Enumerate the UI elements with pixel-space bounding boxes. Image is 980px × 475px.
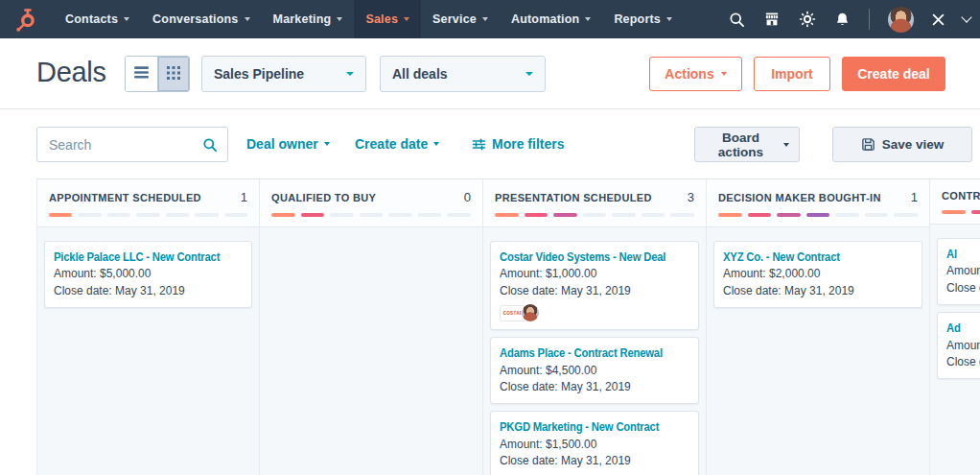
- create-deal-button[interactable]: Create deal: [842, 57, 945, 91]
- chevron-down-icon: [482, 17, 488, 21]
- deal-card[interactable]: PKGD Marketing - New Contract Amount: $1…: [490, 411, 699, 475]
- column-header: CONTRACT SENT: [930, 179, 980, 225]
- stage-progress-segment: [495, 213, 519, 217]
- close-icon[interactable]: [932, 13, 945, 26]
- chevron-down-icon: [585, 17, 591, 21]
- deal-title-link[interactable]: XYZ Co. - New Contract: [723, 249, 912, 266]
- create-date-filter[interactable]: Create date: [355, 109, 439, 178]
- grid-view-icon: [167, 66, 180, 83]
- notifications-icon[interactable]: [834, 12, 851, 28]
- deal-amount: Amount:: [946, 263, 980, 279]
- pipeline-column: QUALIFIED TO BUY 0: [260, 179, 483, 475]
- marketplace-icon[interactable]: [763, 11, 781, 28]
- board-view-button[interactable]: [157, 57, 189, 91]
- actions-button[interactable]: Actions: [649, 57, 742, 91]
- stage-progress-segment: [195, 213, 218, 217]
- caret-down-icon: [433, 142, 439, 146]
- deal-title-link[interactable]: Costar Video Systems - New Deal: [500, 249, 688, 266]
- stage-progress-segment: [107, 213, 130, 217]
- stage-progress-segment: [78, 213, 101, 217]
- deals-filter-select[interactable]: All deals: [380, 56, 546, 92]
- filter-bar: Deal owner Create date More filters Boar…: [0, 109, 980, 178]
- stage-progress-segment: [777, 213, 801, 217]
- nav-item-service[interactable]: Service: [421, 0, 500, 38]
- deal-owner-filter[interactable]: Deal owner: [246, 109, 330, 178]
- deal-close-date: Close date: May 31, 2019: [500, 283, 689, 299]
- deal-card[interactable]: Ad Amount: Close date:: [937, 312, 980, 379]
- list-view-icon: [134, 66, 149, 82]
- stage-progress-segment: [971, 210, 980, 214]
- nav-item-conversations[interactable]: Conversations: [141, 0, 261, 38]
- column-body: Costar Video Systems - New Deal Amount: …: [483, 227, 706, 475]
- column-body: XYZ Co. - New Contract Amount: $2,000.00…: [707, 227, 929, 475]
- chevron-down-icon: [666, 17, 672, 21]
- deal-title-link[interactable]: PKGD Marketing - New Contract: [500, 419, 688, 436]
- deals-filter-select-value: All deals: [392, 66, 448, 82]
- stage-progress-segment: [330, 213, 354, 217]
- column-header: DECISION MAKER BOUGHT-IN 1: [707, 179, 929, 227]
- nav-item-label: Sales: [365, 12, 398, 26]
- chevron-down-icon: [245, 17, 250, 21]
- search-icon[interactable]: [729, 12, 745, 28]
- deal-amount: Amount: $1,500.00: [500, 437, 689, 453]
- stage-progress-segment: [553, 213, 577, 217]
- stage-progress-segment: [525, 213, 548, 217]
- nav-item-label: Contacts: [65, 12, 118, 26]
- save-icon: [861, 137, 875, 152]
- person-avatar[interactable]: [522, 304, 539, 321]
- stage-progress-segment: [612, 213, 636, 217]
- nav-item-label: Service: [432, 12, 477, 26]
- settings-icon[interactable]: [799, 11, 816, 28]
- import-button[interactable]: Import: [754, 57, 830, 91]
- deal-card[interactable]: Al Amount: Close date:: [937, 238, 980, 305]
- save-view-label: Save view: [882, 137, 945, 152]
- nav-item-label: Marketing: [273, 12, 332, 26]
- stage-deal-count: 3: [688, 190, 694, 204]
- stage-deal-count: 0: [464, 190, 471, 204]
- deal-title-link[interactable]: Adams Place - Contract Renewal: [500, 345, 688, 362]
- more-filters-link[interactable]: More filters: [472, 109, 564, 178]
- save-view-button[interactable]: Save view: [832, 127, 972, 162]
- deal-close-date: Close date: May 31, 2019: [500, 453, 689, 469]
- top-navigation: Contacts Conversations Marketing Sales S…: [0, 0, 980, 38]
- stage-progress-segment: [360, 213, 384, 217]
- column-header: PRESENTATION SCHEDULED 3: [483, 179, 706, 227]
- actions-button-label: Actions: [665, 66, 713, 82]
- chevron-down-icon: [337, 17, 342, 21]
- stage-progress-segment: [166, 213, 189, 217]
- deals-board: APPOINTMENT SCHEDULED 1 Pickle Palace LL…: [36, 178, 980, 475]
- deal-close-date: Close date: May 31, 2019: [723, 283, 913, 299]
- column-body: Al Amount: Close date: Ad Amount: Close …: [930, 225, 980, 475]
- nav-item-sales[interactable]: Sales: [354, 0, 421, 38]
- stage-progress-segment: [806, 213, 830, 217]
- deal-card[interactable]: XYZ Co. - New Contract Amount: $2,000.00…: [713, 241, 922, 308]
- nav-item-reports[interactable]: Reports: [602, 0, 684, 38]
- stage-progress-bar: [718, 213, 918, 217]
- import-button-label: Import: [771, 66, 813, 82]
- search-icon[interactable]: [202, 137, 218, 153]
- search-input[interactable]: [37, 137, 202, 153]
- hubspot-logo-icon[interactable]: [0, 0, 54, 38]
- more-filters-label: More filters: [492, 136, 564, 152]
- stage-progress-segment: [718, 213, 742, 217]
- deal-card[interactable]: Costar Video Systems - New Deal Amount: …: [490, 241, 699, 330]
- deal-title-link[interactable]: Ad: [946, 321, 980, 337]
- deal-card[interactable]: Adams Place - Contract Renewal Amount: $…: [490, 337, 699, 404]
- nav-item-automation[interactable]: Automation: [500, 0, 602, 38]
- nav-item-contacts[interactable]: Contacts: [54, 0, 141, 38]
- pipeline-select[interactable]: Sales Pipeline: [201, 56, 366, 92]
- board-actions-button[interactable]: Board actions: [694, 127, 800, 162]
- nav-item-label: Automation: [511, 12, 579, 26]
- deal-card[interactable]: Pickle Palace LLC - New Contract Amount:…: [44, 241, 252, 308]
- pipeline-column: PRESENTATION SCHEDULED 3 Costar Video Sy…: [483, 179, 707, 475]
- chevron-down-icon[interactable]: [961, 12, 971, 22]
- deal-amount: Amount: $4,500.00: [500, 363, 689, 379]
- deal-title-link[interactable]: Al: [946, 247, 980, 263]
- deal-title-link[interactable]: Pickle Palace LLC - New Contract: [54, 249, 242, 266]
- stage-progress-segment: [748, 213, 772, 217]
- list-view-button[interactable]: [126, 57, 157, 91]
- nav-item-marketing[interactable]: Marketing: [262, 0, 355, 38]
- deal-amount: Amount: $5,000.00: [54, 266, 243, 282]
- stage-name: PRESENTATION SCHEDULED: [495, 192, 652, 203]
- user-avatar[interactable]: [888, 7, 914, 33]
